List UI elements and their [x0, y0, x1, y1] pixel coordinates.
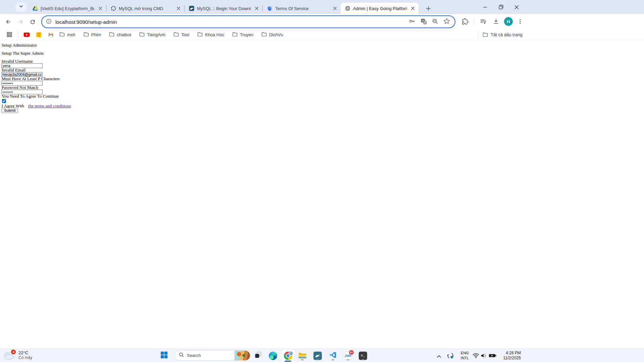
- mysql-workbench-button[interactable]: [312, 351, 323, 361]
- window-restore-button[interactable]: [493, 0, 509, 14]
- search-placeholder: Search: [187, 353, 235, 358]
- bookmark-folder-khoa-hoc[interactable]: Khoa Hoc: [197, 32, 224, 38]
- bookmark-folder-truyen[interactable]: Truyen: [232, 32, 253, 38]
- tab-chatgpt-mysql-cmd[interactable]: MySQL mở trong CMD: [106, 3, 184, 14]
- bookmark-folder-tienganh[interactable]: TiengAnh: [139, 32, 165, 38]
- bookmark-folder-label: mxh: [67, 32, 76, 37]
- running-app-indicator: [316, 359, 319, 360]
- window-close-button[interactable]: [509, 0, 525, 14]
- tab-search-button[interactable]: [15, 2, 27, 12]
- taskbar-search[interactable]: Search: [175, 350, 250, 361]
- task-view-icon: [254, 351, 262, 360]
- forward-button[interactable]: [16, 18, 24, 26]
- bookmarks-separator: [478, 32, 478, 38]
- search-icon: [179, 352, 184, 359]
- chevron-down-icon: [19, 4, 23, 10]
- downloads-icon[interactable]: [492, 17, 500, 25]
- bookmark-folder-label: TiengAnh: [147, 32, 165, 37]
- apps-grid-icon[interactable]: [6, 31, 13, 38]
- chrome-icon: H: [284, 352, 292, 360]
- page-title: Setup Administrator: [2, 43, 37, 48]
- sync-update-icon[interactable]: [446, 352, 454, 360]
- tab-title: [VietIS Edu] Ezyplatform_Buổi 1: [41, 6, 95, 11]
- browser-menu-icon[interactable]: [516, 17, 524, 25]
- password-key-icon[interactable]: [409, 18, 415, 26]
- start-button[interactable]: [159, 351, 169, 361]
- terms-and-conditions-link[interactable]: the terms and conditions: [28, 103, 71, 108]
- tab-close-icon[interactable]: [410, 5, 416, 11]
- volume-icon[interactable]: [480, 352, 488, 360]
- clock-date: 11/2/2025: [496, 356, 521, 361]
- site-info-icon[interactable]: [46, 18, 52, 25]
- folder-icon: [197, 32, 203, 38]
- youtube-icon[interactable]: [23, 31, 30, 38]
- tab-list: [VietIS Edu] Ezyplatform_Buổi 1 MySQL mở…: [28, 3, 418, 14]
- google-drive-icon: [32, 6, 38, 11]
- tab-title: MySQL :: Begin Your Download: [197, 6, 251, 11]
- extensions-icon[interactable]: [461, 17, 469, 25]
- url-text[interactable]: localhost:9090/setup-admin: [55, 19, 409, 25]
- bookmark-folder-label: DichVu: [269, 32, 283, 37]
- all-bookmarks-button[interactable]: Tất cả dấu trang: [483, 29, 523, 40]
- language-line2: INTL: [459, 356, 470, 361]
- terminal-button[interactable]: >_: [358, 351, 368, 361]
- clock-time: 4:28 PM: [496, 351, 521, 356]
- file-explorer-icon: [298, 352, 307, 359]
- language-indicator[interactable]: ENG INTL: [459, 351, 470, 361]
- windows-taskbar: 4 22°C Có mây Search: [0, 349, 644, 362]
- profile-avatar[interactable]: H: [504, 17, 513, 26]
- gmail-icon[interactable]: [47, 31, 54, 38]
- bookmark-folder-chatbot[interactable]: chatbot: [109, 32, 131, 38]
- vscode-icon: [329, 351, 337, 360]
- agree-checkbox[interactable]: [2, 99, 6, 103]
- chrome-taskbar-button[interactable]: H: [282, 349, 294, 362]
- tab-mysql-download[interactable]: MySQL :: Begin Your Download: [185, 3, 262, 14]
- tab-close-icon[interactable]: [176, 5, 182, 11]
- zoom-out-icon[interactable]: [432, 18, 438, 26]
- language-line1: ENG: [459, 351, 470, 356]
- address-bar[interactable]: localhost:9090/setup-admin G: [41, 15, 455, 28]
- task-view-button[interactable]: [253, 351, 263, 361]
- bookmark-folder-label: Khoa Hoc: [205, 32, 224, 37]
- translate-icon[interactable]: G: [420, 18, 427, 26]
- taskbar-clock[interactable]: 4:28 PM 11/2/2025: [496, 351, 521, 361]
- folder-icon: [483, 32, 488, 38]
- tab-close-icon[interactable]: [254, 5, 260, 11]
- tab-vietis-edu[interactable]: [VietIS Edu] Ezyplatform_Buổi 1: [28, 3, 106, 14]
- page-subtitle: Setup The Super Admin: [2, 51, 44, 56]
- temperature-label: 22°C: [18, 350, 32, 355]
- submit-button[interactable]: Submit: [1, 108, 18, 113]
- zalo-button[interactable]: Zalo 5+: [343, 351, 353, 361]
- bookmark-folder-dichvu[interactable]: DichVu: [261, 32, 283, 38]
- orange-swirl-favicon-icon[interactable]: [35, 31, 42, 38]
- tab-admin-easy-going[interactable]: Admin | Easy Going Platform: [341, 3, 418, 14]
- media-controls-icon[interactable]: [479, 17, 487, 25]
- wifi-icon[interactable]: [472, 352, 480, 360]
- new-tab-button[interactable]: [424, 4, 433, 13]
- edge-icon: [269, 352, 277, 360]
- folder-icon: [232, 32, 238, 38]
- battery-charging-icon[interactable]: [489, 352, 497, 360]
- edge-taskbar-button[interactable]: [268, 351, 278, 361]
- back-button[interactable]: [4, 18, 12, 26]
- bookmark-folder-phim[interactable]: Phim: [84, 32, 101, 38]
- folder-icon: [261, 32, 267, 38]
- tab-terms-of-service[interactable]: Terms Of Service: [263, 3, 341, 14]
- tab-close-icon[interactable]: [332, 5, 338, 11]
- page-content: Setup Administrator Setup The Super Admi…: [0, 41, 644, 349]
- running-app-indicator: [332, 359, 334, 360]
- vscode-button[interactable]: [328, 351, 338, 361]
- bookmark-star-icon[interactable]: [443, 18, 450, 26]
- reload-button[interactable]: [29, 18, 37, 26]
- window-minimize-button[interactable]: [477, 0, 493, 14]
- active-app-indicator: [285, 361, 291, 362]
- tab-title: Admin | Easy Going Platform: [353, 6, 407, 11]
- bookmarks-bar: mxh Phim chatbot TiengAnh Tool Khoa Hoc …: [0, 29, 644, 40]
- weather-widget[interactable]: 4 22°C Có mây: [3, 350, 32, 361]
- bookmark-folder-tool[interactable]: Tool: [174, 32, 189, 38]
- tab-close-icon[interactable]: [97, 5, 103, 11]
- bookmark-folder-mxh[interactable]: mxh: [59, 32, 76, 38]
- file-explorer-button[interactable]: [297, 351, 307, 361]
- tray-chevron-up-icon[interactable]: [435, 352, 443, 360]
- running-app-indicator: [361, 359, 364, 360]
